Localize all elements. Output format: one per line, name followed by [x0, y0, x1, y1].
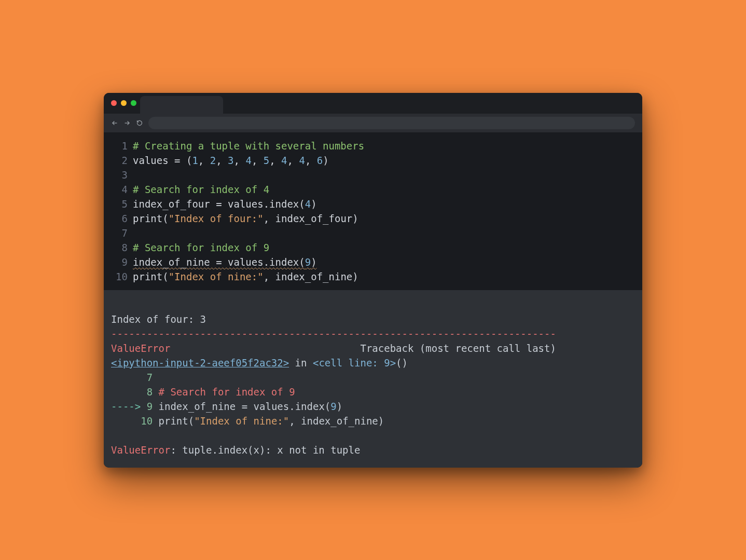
toolbar	[104, 114, 642, 132]
browser-window: 1# Creating a tuple with several numbers…	[104, 93, 642, 468]
tb-lineno-7: 7	[147, 372, 153, 383]
titlebar	[104, 93, 642, 114]
code-line: 2values = (1, 2, 3, 4, 5, 4, 4, 6)	[104, 153, 640, 168]
code-line: 10print("Index of nine:", index_of_nine)	[104, 269, 640, 284]
tb-lineno-9: 9	[147, 401, 153, 412]
code-line: 7	[104, 226, 640, 240]
code-content[interactable]: values = (1, 2, 3, 4, 5, 4, 4, 6)	[133, 153, 329, 168]
cell-line-ref: <cell line: 9>	[313, 357, 396, 368]
close-icon[interactable]	[111, 100, 117, 106]
maximize-icon[interactable]	[131, 100, 136, 106]
traffic-lights	[104, 100, 136, 106]
back-icon[interactable]	[111, 120, 118, 126]
code-line: 9index_of_nine = values.index(9)	[104, 255, 640, 269]
code-editor: 1# Creating a tuple with several numbers…	[104, 132, 642, 290]
traceback-separator: ----------------------------------------…	[111, 328, 556, 339]
line-number: 2	[104, 153, 133, 168]
tb-line-8-body: # Search for index of 9	[153, 386, 295, 398]
final-error-msg: : tuple.index(x): x not in tuple	[170, 444, 360, 456]
final-error-name: ValueError	[111, 444, 170, 456]
forward-icon[interactable]	[123, 120, 131, 126]
line-number: 3	[104, 168, 133, 182]
code-line: 6print("Index of four:", index_of_four)	[104, 211, 640, 226]
code-content[interactable]: index_of_four = values.index(4)	[133, 197, 317, 211]
tb-lineno-10: 10	[141, 415, 153, 427]
stdout-line: Index of four: 3	[111, 313, 206, 325]
reload-icon[interactable]	[136, 120, 143, 126]
tb-lineno-8: 8	[147, 386, 153, 398]
code-line: 1# Creating a tuple with several numbers	[104, 139, 640, 153]
code-line: 4# Search for index of 4	[104, 182, 640, 197]
line-number: 1	[104, 139, 133, 153]
traceback-arrow: ---->	[111, 401, 147, 412]
line-number: 9	[104, 255, 133, 269]
code-content[interactable]: print("Index of nine:", index_of_nine)	[133, 269, 358, 284]
url-bar[interactable]	[148, 117, 635, 129]
line-number: 10	[104, 269, 133, 284]
code-content[interactable]: index_of_nine = values.index(9)	[133, 255, 317, 269]
code-content[interactable]: print("Index of four:", index_of_four)	[133, 211, 358, 226]
code-content[interactable]: # Creating a tuple with several numbers	[133, 139, 364, 153]
line-number: 7	[104, 226, 133, 240]
output-pane: Index of four: 3 -----------------------…	[104, 290, 642, 468]
minimize-icon[interactable]	[121, 100, 127, 106]
browser-tab[interactable]	[140, 96, 223, 114]
code-content[interactable]: # Search for index of 4	[133, 182, 269, 197]
code-line: 8# Search for index of 9	[104, 240, 640, 255]
ipython-input-link[interactable]: <ipython-input-2-aeef05f2ac32>	[111, 357, 289, 368]
line-number: 4	[104, 182, 133, 197]
code-line: 5index_of_four = values.index(4)	[104, 197, 640, 211]
code-line: 3	[104, 168, 640, 182]
code-content[interactable]: # Search for index of 9	[133, 240, 269, 255]
line-number: 6	[104, 211, 133, 226]
error-name: ValueError	[111, 343, 170, 354]
line-number: 5	[104, 197, 133, 211]
line-number: 8	[104, 240, 133, 255]
traceback-label: Traceback (most recent call last)	[360, 343, 556, 354]
